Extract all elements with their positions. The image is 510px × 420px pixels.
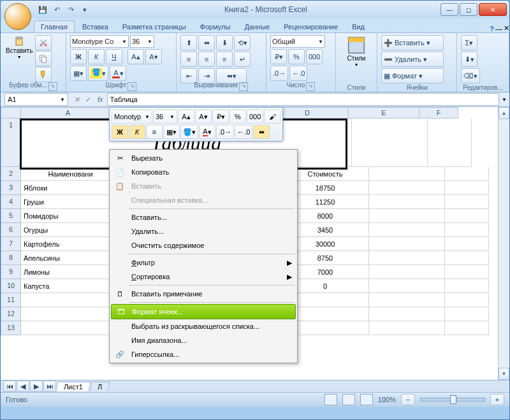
mini-italic[interactable]: К	[129, 125, 145, 139]
mini-font-combo[interactable]: Monotyp▼	[112, 110, 152, 124]
minimize-button[interactable]: —	[441, 3, 458, 16]
ctx-picklist[interactable]: Выбрать из раскрывающегося списка...	[111, 319, 296, 333]
sheet-tab-2[interactable]: Л	[89, 382, 110, 391]
alignment-dialog-launcher[interactable]: ↘	[239, 82, 248, 91]
mini-center[interactable]: ≡	[146, 125, 163, 139]
undo-icon[interactable]: ↶	[50, 3, 63, 16]
ctx-format-cells[interactable]: 🗔Формат ячеек...	[111, 304, 296, 319]
maximize-button[interactable]: ◻	[460, 3, 477, 16]
prev-sheet-button[interactable]: ◀	[17, 380, 29, 392]
underline-button[interactable]: Ч	[106, 49, 122, 64]
ctx-cut[interactable]: ✂Вырезать	[111, 151, 296, 165]
zoom-level[interactable]: 100%	[378, 396, 396, 403]
mini-format-painter[interactable]: 🖌	[264, 110, 280, 124]
next-sheet-button[interactable]: ▶	[30, 380, 43, 392]
vertical-scrollbar[interactable]: ▲ ▼	[498, 107, 509, 380]
number-format-combo[interactable]: Общий▼	[270, 35, 325, 48]
tab-insert[interactable]: Вставка	[76, 21, 115, 33]
mini-fontcolor[interactable]: A▾	[199, 125, 215, 139]
row-header-1[interactable]: 1	[1, 119, 21, 167]
mini-bold[interactable]: Ж	[112, 125, 128, 139]
mini-size-combo[interactable]: 36▼	[153, 110, 177, 124]
cells-insert-button[interactable]: ➕Вставить ▾	[381, 35, 444, 50]
ctx-paste-special[interactable]: Специальная вставка...	[111, 193, 296, 207]
workbook-close-icon[interactable]: ✕	[504, 24, 509, 33]
first-sheet-button[interactable]: ⏮	[3, 380, 16, 392]
font-size-combo[interactable]: 36▼	[130, 35, 154, 48]
tab-home[interactable]: Главная	[34, 20, 75, 33]
borders-button[interactable]: ▦▾	[70, 66, 87, 81]
mini-borders[interactable]: ▦▾	[163, 125, 180, 139]
mini-grow-font[interactable]: A▴	[178, 110, 194, 124]
tab-data[interactable]: Данные	[238, 21, 276, 33]
cell-A4[interactable]: Груши	[21, 195, 120, 209]
zoom-out-button[interactable]: −	[401, 394, 415, 405]
ctx-hyperlink[interactable]: 🔗Гиперссылка...	[111, 347, 296, 361]
styles-button[interactable]: Стили ▼	[340, 35, 373, 68]
increase-decimal-button[interactable]: .0→	[270, 66, 288, 81]
cell-F1[interactable]	[428, 119, 472, 167]
fill-button[interactable]: ⬇▾	[461, 52, 477, 67]
decrease-decimal-button[interactable]: ←.0	[289, 66, 307, 81]
mini-currency[interactable]: ₽▾	[212, 110, 229, 124]
row-header-5[interactable]: 5	[1, 209, 21, 223]
save-icon[interactable]: 💾	[36, 3, 49, 16]
cell-A8[interactable]: Апельсины	[21, 251, 120, 265]
clipboard-dialog-launcher[interactable]: ↘	[48, 82, 57, 91]
align-left-button[interactable]: ≡	[180, 52, 197, 67]
cell-E1[interactable]	[352, 119, 428, 167]
font-dialog-launcher[interactable]: ↘	[127, 82, 136, 91]
cells-delete-button[interactable]: ➖Удалить ▾	[381, 52, 444, 67]
page-break-view-button[interactable]	[360, 394, 373, 405]
cell-A9[interactable]: Лимоны	[21, 265, 120, 279]
mini-merge[interactable]: ⬌	[253, 125, 270, 139]
sheet-tab-1[interactable]: Лист1	[55, 382, 91, 391]
scroll-down-icon[interactable]: ▼	[499, 368, 509, 380]
col-header-F[interactable]: F	[419, 107, 458, 119]
cell-E2[interactable]	[369, 167, 445, 181]
tab-view[interactable]: Вид	[346, 21, 371, 33]
autosum-button[interactable]: Σ▾	[461, 35, 477, 50]
ctx-range-name[interactable]: Имя диапазона...	[111, 333, 296, 347]
cell-A7[interactable]: Картофель	[21, 237, 120, 251]
normal-view-button[interactable]	[324, 394, 337, 405]
col-header-A[interactable]: A	[21, 107, 115, 119]
col-header-E[interactable]: E	[349, 107, 419, 119]
tab-formulas[interactable]: Формулы	[194, 21, 237, 33]
mini-percent[interactable]: %	[229, 110, 246, 124]
mini-thousands[interactable]: 000	[247, 110, 263, 124]
qat-customize-icon[interactable]: ▾	[78, 3, 91, 16]
cell-A5[interactable]: Помидоры	[21, 209, 120, 223]
formula-input[interactable]: Таблица	[107, 93, 500, 106]
row-header-7[interactable]: 7	[1, 237, 21, 251]
help-icon[interactable]: ?	[490, 25, 494, 33]
ctx-clear[interactable]: Очистить содержимое	[111, 238, 296, 252]
name-box[interactable]: A1▼	[4, 93, 68, 106]
comma-style-button[interactable]: 000	[306, 49, 323, 64]
orientation-button[interactable]: ⟲▾	[234, 35, 251, 50]
fx-icon[interactable]: fx	[94, 96, 107, 103]
enter-formula-icon[interactable]: ✓	[83, 96, 94, 104]
format-painter-button[interactable]	[35, 67, 52, 82]
cell-A2[interactable]: Наименовани	[21, 167, 120, 181]
zoom-slider-thumb[interactable]	[450, 395, 456, 404]
scroll-up-icon[interactable]: ▲	[499, 107, 509, 119]
ribbon-minimize-icon[interactable]: —	[495, 25, 502, 33]
paste-button[interactable]: Вставить ▼	[4, 35, 34, 82]
wrap-text-button[interactable]: ↵	[234, 52, 251, 67]
ctx-filter[interactable]: Фильтр▶	[111, 256, 296, 270]
row-header-3[interactable]: 3	[1, 181, 21, 195]
italic-button[interactable]: К	[88, 49, 105, 64]
row-header-2[interactable]: 2	[1, 167, 21, 181]
row-header-11[interactable]: 11	[1, 293, 21, 307]
ctx-paste[interactable]: 📋Вставить	[111, 179, 296, 193]
ctx-comment[interactable]: 🗒Вставить примечание	[111, 287, 296, 301]
redo-icon[interactable]: ↷	[64, 3, 77, 16]
expand-formula-icon[interactable]: ▼	[499, 97, 509, 103]
ctx-copy[interactable]: 📄Копировать	[111, 165, 296, 179]
shrink-font-button[interactable]: A▾	[145, 49, 162, 64]
mini-inc-decimal[interactable]: .0→	[216, 125, 234, 139]
cells-format-button[interactable]: ▦Формат ▾	[381, 68, 444, 83]
mini-shrink-font[interactable]: A▾	[195, 110, 212, 124]
cut-button[interactable]	[35, 35, 52, 50]
